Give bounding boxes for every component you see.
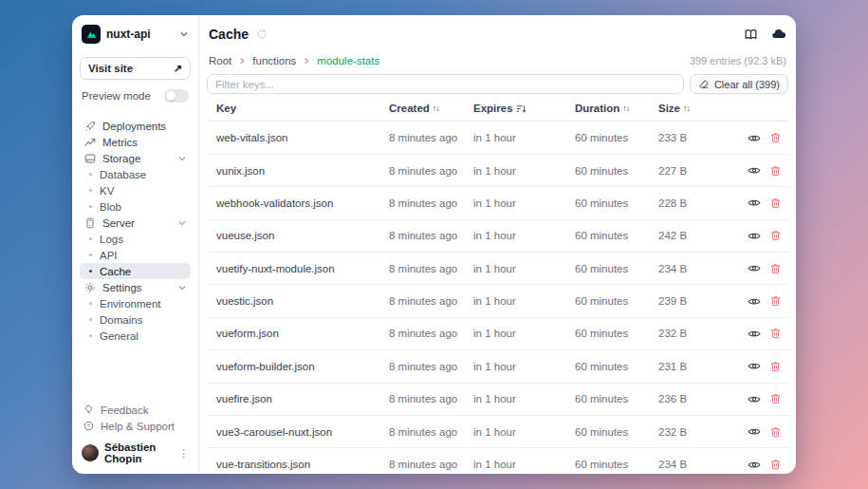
sidebar-subitem-label: KV	[100, 185, 114, 197]
sidebar-item-label: Deployments	[102, 121, 187, 132]
breadcrumb-current[interactable]: module-stats	[317, 55, 379, 66]
view-eye-icon[interactable]	[748, 197, 761, 208]
clear-all-button[interactable]: Clear all (399)	[690, 74, 788, 94]
sidebar-item-deployments[interactable]: Deployments	[80, 118, 191, 134]
sidebar-item-kv[interactable]: KV	[80, 182, 191, 198]
delete-trash-icon[interactable]	[770, 328, 781, 339]
cache-key-cell: vueform-builder.json	[207, 361, 389, 372]
delete-trash-icon[interactable]	[770, 459, 781, 470]
sort-icon[interactable]: ↑↓	[683, 103, 690, 113]
help-support-button[interactable]: ? Help & Support	[80, 418, 191, 434]
delete-trash-icon[interactable]	[770, 263, 781, 274]
sidebar-item-general[interactable]: General	[80, 328, 191, 344]
sort-desc-icon[interactable]	[516, 103, 526, 114]
chart-icon	[83, 137, 96, 148]
sidebar-item-label: Metrics	[102, 137, 187, 148]
view-eye-icon[interactable]	[748, 426, 761, 437]
size-cell: 242 B	[658, 230, 742, 241]
cache-key-cell: vuefire.json	[207, 393, 389, 404]
sidebar-item-label: Settings	[102, 282, 171, 293]
sidebar-item-database[interactable]: Database	[80, 166, 191, 182]
sidebar-item-blob[interactable]: Blob	[80, 198, 191, 215]
created-cell: 8 minutes ago	[389, 361, 473, 372]
sort-icon[interactable]: ↑↓	[622, 103, 629, 113]
view-eye-icon[interactable]	[748, 296, 761, 307]
sidebar: nuxt-api Visit site ↗ Preview mode Deplo…	[72, 15, 199, 474]
delete-trash-icon[interactable]	[770, 295, 781, 307]
view-eye-icon[interactable]	[748, 133, 761, 143]
svg-text:?: ?	[87, 423, 90, 429]
filter-keys-input[interactable]	[207, 74, 684, 94]
sidebar-item-api[interactable]: API	[80, 247, 191, 263]
main-content: Cache Root functions modul	[199, 15, 796, 474]
expires-cell: in 1 hour	[473, 393, 575, 404]
view-eye-icon[interactable]	[748, 460, 761, 470]
visit-site-label: Visit site	[88, 63, 133, 74]
sidebar-item-metrics[interactable]: Metrics	[80, 134, 191, 150]
expires-cell: in 1 hour	[473, 230, 575, 241]
breadcrumb-root[interactable]: Root	[209, 55, 231, 66]
expires-cell: in 1 hour	[473, 295, 575, 307]
view-eye-icon[interactable]	[748, 231, 761, 241]
expires-cell: in 1 hour	[473, 263, 575, 274]
sidebar-item-environment[interactable]: Environment	[80, 295, 191, 311]
sidebar-item-server[interactable]: Server	[80, 215, 191, 231]
avatar	[82, 444, 99, 461]
delete-trash-icon[interactable]	[770, 393, 781, 404]
preview-mode-toggle[interactable]	[164, 89, 189, 103]
delete-trash-icon[interactable]	[770, 230, 781, 241]
kebab-menu-icon[interactable]: ⋮	[178, 447, 189, 460]
docs-book-icon[interactable]	[744, 28, 758, 41]
duration-cell: 60 minutes	[575, 295, 658, 307]
delete-trash-icon[interactable]	[770, 426, 781, 438]
delete-trash-icon[interactable]	[770, 197, 781, 209]
sidebar-item-cache[interactable]: Cache	[80, 263, 191, 279]
sidebar-item-storage[interactable]: Storage	[80, 150, 191, 166]
visit-site-button[interactable]: Visit site ↗	[80, 57, 191, 80]
table-header: Key Created↑↓ Expires Duration↑↓ Size↑↓	[207, 96, 788, 122]
feedback-button[interactable]: Feedback	[80, 402, 191, 418]
column-header-size[interactable]: Size↑↓	[658, 103, 742, 114]
created-cell: 8 minutes ago	[389, 426, 473, 438]
view-eye-icon[interactable]	[748, 263, 761, 273]
sidebar-item-label: Storage	[102, 153, 171, 164]
view-eye-icon[interactable]	[748, 329, 761, 339]
row-actions	[742, 328, 788, 339]
size-cell: 234 B	[658, 263, 742, 274]
preview-mode-label: Preview mode	[82, 90, 151, 102]
header-actions	[744, 28, 786, 41]
column-header-duration[interactable]: Duration↑↓	[575, 103, 658, 114]
clear-all-label: Clear all (399)	[714, 79, 780, 90]
duration-cell: 60 minutes	[575, 393, 658, 404]
delete-trash-icon[interactable]	[770, 361, 781, 372]
size-cell: 232 B	[658, 426, 742, 438]
cloud-icon[interactable]	[771, 28, 786, 40]
delete-trash-icon[interactable]	[770, 165, 781, 177]
delete-trash-icon[interactable]	[770, 132, 781, 143]
table-body: web-vitals.json 8 minutes ago in 1 hour …	[207, 122, 788, 474]
user-menu[interactable]: Sébastien Chopin ⋮	[80, 434, 191, 466]
size-cell: 231 B	[658, 361, 742, 372]
sort-icon[interactable]: ↑↓	[433, 103, 439, 113]
view-eye-icon[interactable]	[748, 165, 761, 176]
bullet-icon	[89, 334, 92, 337]
duration-cell: 60 minutes	[575, 459, 658, 470]
bullet-icon	[89, 205, 92, 208]
cache-key-cell: vueuse.json	[207, 230, 389, 241]
created-cell: 8 minutes ago	[389, 328, 473, 339]
created-cell: 8 minutes ago	[389, 459, 473, 470]
sidebar-item-settings[interactable]: Settings	[80, 279, 191, 295]
sidebar-item-logs[interactable]: Logs	[80, 231, 191, 247]
view-eye-icon[interactable]	[748, 361, 761, 371]
created-cell: 8 minutes ago	[389, 263, 473, 274]
refresh-icon[interactable]	[256, 28, 268, 40]
breadcrumb-functions[interactable]: functions	[252, 55, 296, 66]
project-switcher[interactable]: nuxt-api	[80, 23, 191, 47]
column-header-key[interactable]: Key	[207, 103, 389, 114]
sidebar-subitem-label: API	[100, 250, 118, 261]
column-header-created[interactable]: Created↑↓	[389, 103, 473, 114]
view-eye-icon[interactable]	[748, 394, 761, 404]
page-header: Cache	[207, 25, 788, 42]
column-header-expires[interactable]: Expires	[473, 103, 575, 114]
sidebar-item-domains[interactable]: Domains	[80, 311, 191, 328]
